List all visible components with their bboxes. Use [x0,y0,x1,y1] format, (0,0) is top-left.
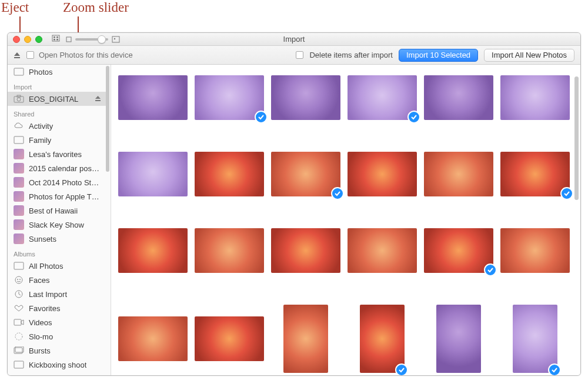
photo-cell[interactable] [500,152,570,196]
photo-cell[interactable] [118,152,188,196]
photo-thumbnail[interactable] [424,75,493,120]
photo-thumbnail[interactable] [424,152,493,196]
photo-cell[interactable] [271,75,340,120]
sidebar-item-shared[interactable]: 2015 calendar possi… [8,161,106,175]
import-selected-button[interactable]: Import 10 Selected [399,49,478,62]
sidebar-item-album[interactable]: Faces [8,273,106,287]
photo-thumbnail[interactable] [436,305,481,373]
sidebar-item-label: Videos [29,318,52,327]
photo-cell[interactable] [348,75,417,120]
photos-icon [14,67,24,76]
photo-thumbnail[interactable] [195,75,264,120]
album-type-icon [14,332,24,341]
sidebar-item-album[interactable]: All Photos [8,259,106,273]
photo-thumbnail[interactable] [348,152,417,196]
photo-cell[interactable] [424,152,493,196]
sidebar-item-shared[interactable]: Sunsets [8,232,106,246]
open-photos-checkbox[interactable] [26,51,34,59]
photo-thumbnail[interactable] [348,228,417,273]
sidebar-item-album[interactable]: Slo-mo [8,329,106,343]
photo-thumbnail[interactable] [500,152,570,196]
selected-checkmark-icon [331,187,344,200]
album-type-icon [14,275,24,285]
photo-thumbnail[interactable] [118,75,188,120]
grid-scrollbar[interactable] [574,76,579,200]
svg-rect-20 [14,319,21,325]
photo-thumbnail[interactable] [118,228,188,273]
annotation-zoom: Zoom slider [63,0,129,15]
photo-thumbnail[interactable] [500,75,570,120]
sidebar-photos-label: Photos [29,68,52,76]
photo-cell[interactable] [271,152,340,196]
sidebar-item-device[interactable]: EOS_DIGITAL [8,92,106,106]
sidebar-item-shared[interactable]: Best of Hawaii [8,203,106,218]
photo-thumbnail[interactable] [271,228,340,273]
delete-after-import-checkbox[interactable] [296,51,303,59]
eject-button[interactable] [12,51,22,60]
photo-thumbnail[interactable] [283,305,328,373]
photo-cell[interactable] [118,75,188,120]
selected-checkmark-icon [560,187,573,200]
photo-cell[interactable] [271,228,340,273]
sidebar-item-shared[interactable]: Photos for Apple TV… [8,189,106,203]
photo-cell[interactable] [424,305,493,373]
photo-thumbnail[interactable] [195,152,264,196]
album-type-icon [14,360,24,369]
sidebar-section-import: Import [8,79,106,92]
sidebar-item-album[interactable]: Videos [8,315,106,329]
sidebar-item-shared[interactable]: Lesa's favorites [8,147,106,161]
photo-cell[interactable] [195,305,264,373]
svg-point-16 [15,276,22,283]
import-all-button[interactable]: Import All New Photos [484,49,574,62]
photo-thumbnail[interactable] [118,152,188,196]
photo-cell[interactable] [500,75,570,120]
app-window: Import Open Photos for this device Delet… [7,32,581,376]
sidebar-scrollbar[interactable] [106,66,109,172]
sidebar-item-album[interactable]: Bursts [8,343,106,358]
photo-cell[interactable] [500,305,570,373]
titlebar: Import [8,33,580,46]
sidebar-item-label: All Photos [29,262,64,271]
album-thumb-icon [14,205,24,216]
photo-cell[interactable] [348,305,417,373]
sidebar-item-label: Bursts [29,346,51,355]
svg-point-21 [15,333,22,340]
photo-thumbnail[interactable] [271,75,340,120]
photo-thumbnail[interactable] [513,305,557,373]
photo-cell[interactable] [195,152,264,196]
photo-cell[interactable] [424,228,493,273]
photo-cell[interactable] [195,228,264,273]
photo-cell[interactable] [271,305,340,373]
camera-icon [14,94,24,104]
photo-cell[interactable] [348,228,417,273]
photo-thumbnail[interactable] [348,75,417,120]
selected-checkmark-icon [407,111,420,124]
photo-cell[interactable] [195,75,264,120]
photo-thumbnail[interactable] [424,228,493,273]
sidebar-item-shared[interactable]: Slack Key Show [8,218,106,232]
photo-cell[interactable] [500,228,570,273]
album-thumb-icon [14,177,24,188]
photo-thumbnail[interactable] [360,305,405,373]
sidebar-item-album[interactable]: Last Import [8,287,106,301]
sidebar-item-shared[interactable]: Activity [8,119,106,133]
annotation-eject: Eject [1,0,29,15]
sidebar-item-album[interactable]: Favorites [8,301,106,315]
photo-cell[interactable] [424,75,493,120]
sidebar-item-label: Sunsets [29,235,56,243]
photo-thumbnail[interactable] [195,316,264,361]
svg-point-17 [17,279,18,280]
photo-thumbnail[interactable] [118,316,188,361]
photo-thumbnail[interactable] [195,228,264,273]
photo-thumbnail[interactable] [500,228,570,273]
photo-cell[interactable] [348,152,417,196]
sidebar-item-photos[interactable]: Photos [8,65,106,79]
sidebar-item-label: Faces [29,276,49,285]
sidebar-item-shared[interactable]: Family [8,133,106,147]
sidebar-item-shared[interactable]: Oct 2014 Photo Stream [8,175,106,189]
photo-thumbnail[interactable] [271,152,340,196]
photo-cell[interactable] [118,228,188,273]
photo-cell[interactable] [118,305,188,373]
sidebar-item-album[interactable]: Kickboxing shoot [8,358,106,372]
eject-device-icon[interactable] [95,95,101,104]
